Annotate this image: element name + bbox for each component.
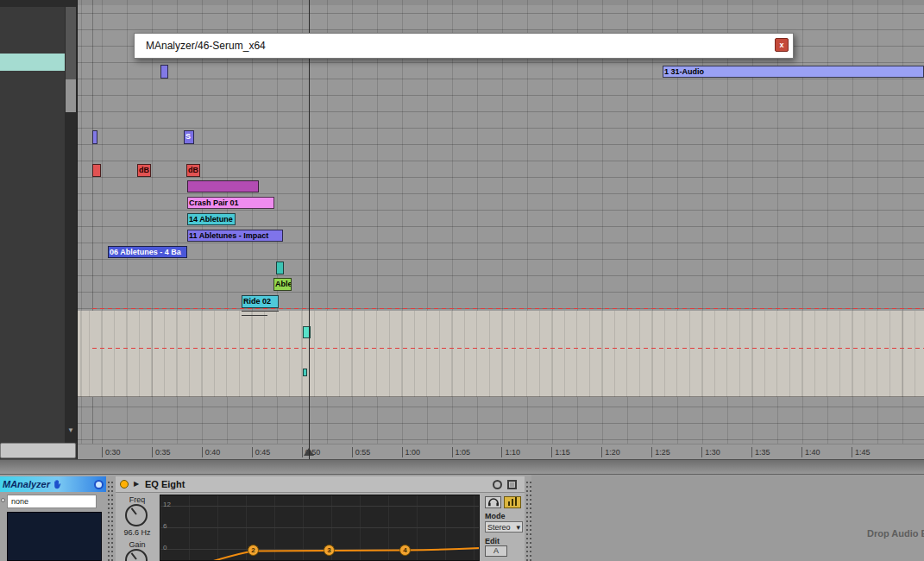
clip[interactable] <box>160 65 168 79</box>
time-label-0:45: 0:45 <box>252 447 271 457</box>
bar-icon <box>515 497 517 506</box>
scroll-down-arrow-icon[interactable]: ▼ <box>65 426 77 434</box>
clip[interactable] <box>276 262 284 274</box>
device-panel: MAnalyzer none ▶ EQ Eight Freq 96.6 Hz G… <box>0 475 924 561</box>
scrollbar-thumb[interactable] <box>66 79 76 112</box>
chevron-down-icon: ▾ <box>516 523 520 532</box>
gain-label: Gain <box>117 540 157 549</box>
plugin-window[interactable]: MAnalyzer/46-Serum_x64 x <box>134 33 794 59</box>
bar-icon <box>512 499 513 506</box>
manalyzer-header[interactable]: MAnalyzer <box>0 476 106 492</box>
clip-db[interactable]: dB <box>137 164 151 177</box>
browser-selected-item[interactable] <box>0 54 65 71</box>
eq-eight-title: EQ Eight <box>145 479 185 489</box>
freq-knob[interactable] <box>125 504 148 526</box>
hot-swap-icon[interactable] <box>493 480 502 489</box>
clip-06-abletunes-4-ba[interactable]: 06 Abletunes - 4 Ba <box>108 246 187 258</box>
time-label-0:35: 0:35 <box>152 447 171 457</box>
eq-band-node-3[interactable]: 3 <box>324 545 335 556</box>
time-label-0:55: 0:55 <box>352 447 371 457</box>
mini-clip-mark <box>242 311 279 312</box>
device-drop-zone[interactable]: Drop Audio Effec <box>531 475 924 561</box>
mini-clip-mark <box>242 315 267 316</box>
manalyzer-title: MAnalyzer <box>3 479 50 489</box>
eq-band-node-4[interactable]: 4 <box>399 545 411 556</box>
manalyzer-preset-select[interactable]: none <box>7 495 97 508</box>
panel-divider[interactable] <box>0 459 924 475</box>
clip-able[interactable]: Able <box>273 278 292 291</box>
time-label-0:30: 0:30 <box>102 447 121 457</box>
eq-eight-header[interactable]: ▶ EQ Eight <box>116 476 525 493</box>
headphones-icon <box>487 498 500 507</box>
preset-led-icon <box>1 498 5 502</box>
plugin-window-title: MAnalyzer/46-Serum_x64 <box>146 40 266 52</box>
device-fold-icon[interactable]: ▶ <box>134 480 139 488</box>
time-label-0:40: 0:40 <box>202 447 221 457</box>
browser-sidebar: ▼ <box>0 0 78 459</box>
time-label-1:25: 1:25 <box>651 447 670 457</box>
clip-11-abletunes-impact[interactable]: 11 Abletunes - Impact <box>187 230 283 242</box>
browser-footer-box <box>0 443 76 458</box>
mode-label: Mode <box>485 512 506 520</box>
gain-knob[interactable] <box>125 549 148 561</box>
mode-value: Stereo <box>487 523 511 532</box>
time-label-1:45: 1:45 <box>852 447 871 457</box>
clip-crash-pair-01[interactable]: Crash Pair 01 <box>187 197 274 209</box>
audition-button[interactable] <box>485 496 501 508</box>
time-label-1:30: 1:30 <box>701 447 720 457</box>
clip-ride-02[interactable]: Ride 02 <box>242 295 279 308</box>
clip-1-31-audio[interactable]: 1 31-Audio <box>663 66 924 78</box>
time-ruler[interactable]: 0:300:350:400:450:500:551:001:051:101:15… <box>78 444 924 459</box>
ableton-live-window: 1 31-AudioSdBdBCrash Pair 0114 Abletune1… <box>0 0 924 561</box>
close-button[interactable]: x <box>775 38 789 52</box>
device-activator-icon[interactable] <box>120 480 129 489</box>
freq-value[interactable]: 96.6 Hz <box>117 528 157 537</box>
edit-label: Edit <box>485 537 500 545</box>
clip-db[interactable]: dB <box>186 164 200 177</box>
clips-layer: 1 31-AudioSdBdBCrash Pair 0114 Abletune1… <box>78 0 924 444</box>
eq-band-node-2[interactable]: 2 <box>248 545 259 556</box>
clip[interactable] <box>92 130 97 144</box>
save-preset-icon[interactable] <box>507 480 517 489</box>
freq-label: Freq <box>117 495 157 504</box>
hand-icon <box>53 479 63 489</box>
edit-ab-button[interactable]: A <box>485 545 507 557</box>
device-separator[interactable] <box>108 482 113 561</box>
mode-select[interactable]: Stereo ▾ <box>485 521 523 533</box>
time-label-1:20: 1:20 <box>601 447 620 457</box>
browser-scrollbar[interactable]: ▼ <box>65 0 77 443</box>
time-label-1:00: 1:00 <box>402 447 421 457</box>
playhead-line <box>309 0 310 459</box>
time-label-1:10: 1:10 <box>501 447 520 457</box>
drop-zone-text: Drop Audio Effec <box>867 528 924 539</box>
time-label-1:35: 1:35 <box>751 447 770 457</box>
bar-icon <box>508 501 510 506</box>
eq-curve <box>160 495 480 561</box>
scrollbar-thumb[interactable] <box>66 7 76 79</box>
eq-eight-body: Freq 96.6 Hz Gain 1260 234 Mode <box>116 493 525 561</box>
clip-14-abletune[interactable]: 14 Abletune <box>187 213 236 225</box>
spectrum-toggle-button[interactable] <box>504 496 521 508</box>
clip[interactable] <box>92 164 101 177</box>
clip[interactable] <box>303 369 307 376</box>
arrangement-area[interactable]: 1 31-AudioSdBdBCrash Pair 0114 Abletune1… <box>78 0 924 444</box>
time-label-1:40: 1:40 <box>801 447 820 457</box>
time-label-1:05: 1:05 <box>452 447 471 457</box>
manalyzer-panel <box>7 512 102 561</box>
time-label-1:15: 1:15 <box>551 447 570 457</box>
eq-curve-display[interactable]: 1260 234 <box>160 495 480 561</box>
clip[interactable] <box>187 180 259 192</box>
clip-s[interactable]: S <box>184 130 194 144</box>
power-circle-icon[interactable] <box>94 480 104 489</box>
